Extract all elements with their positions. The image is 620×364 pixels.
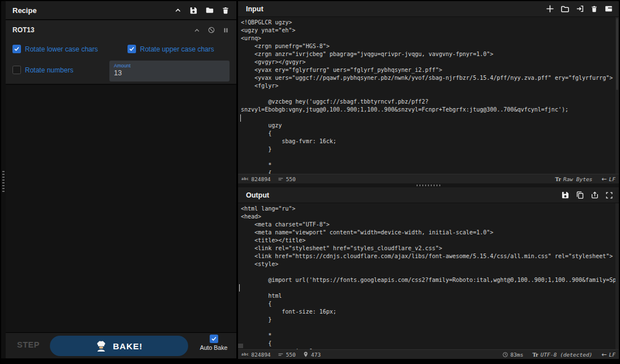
operation-header: ROT13 xyxy=(6,20,236,35)
output-char-count: 824894 xyxy=(251,352,270,358)
splitter-grip-icon xyxy=(2,171,5,192)
input-eol: LF xyxy=(609,176,615,182)
disable-operation-icon[interactable] xyxy=(207,26,215,34)
output-viewer[interactable]: <html lang="ru"> <head> <meta charset="U… xyxy=(238,203,619,349)
input-char-count: 824894 xyxy=(251,176,270,182)
copy-output-icon[interactable] xyxy=(576,191,584,199)
output-eol: LF xyxy=(609,352,615,358)
eol-arrow-icon: ← xyxy=(601,175,606,183)
recipe-header: Recipe xyxy=(6,1,236,20)
output-text[interactable]: <html lang="ru"> <head> <meta charset="U… xyxy=(238,203,619,349)
input-format: Raw Bytes xyxy=(563,176,592,182)
amount-label: Amount xyxy=(114,63,225,68)
clear-recipe-trash-icon[interactable] xyxy=(222,6,230,15)
step-button[interactable]: STEP xyxy=(17,340,40,349)
output-eol-control[interactable]: ← LF xyxy=(601,351,615,358)
char-count-icon: abc xyxy=(241,177,249,181)
arg-label[interactable]: Rotate lower case chars xyxy=(25,45,98,53)
input-eol-control[interactable]: ← LF xyxy=(601,175,615,183)
output-hscrollbar-thumb[interactable] xyxy=(238,344,243,348)
output-caret xyxy=(239,284,240,292)
line-count-icon xyxy=(278,352,284,358)
arg-label[interactable]: Rotate upper case chars xyxy=(140,45,214,53)
encoding-icon: Tr xyxy=(532,352,538,358)
input-tabs-icon[interactable] xyxy=(604,5,613,13)
output-scrollbar[interactable] xyxy=(615,203,619,349)
arg-label[interactable]: Rotate numbers xyxy=(25,66,73,74)
input-editor[interactable]: <!QBPGLCR ugzy> <ugzy ynat="eh"> <urnq> … xyxy=(238,17,619,174)
input-header: Input xyxy=(238,1,619,17)
input-output-splitter[interactable] xyxy=(238,183,619,187)
encoding-icon: Tr xyxy=(555,176,560,182)
char-count-icon: abc xyxy=(241,352,249,357)
operation-name: ROT13 xyxy=(12,22,35,34)
recipe-controls: STEP BAKE! Auto Bake xyxy=(6,332,236,358)
recipe-title: Recipe xyxy=(12,6,37,15)
checkbox-unchecked-icon xyxy=(12,66,21,74)
bake-time: 83ms xyxy=(502,352,524,358)
replace-input-icon[interactable] xyxy=(591,191,599,199)
auto-bake-toggle[interactable]: Auto Bake xyxy=(197,335,230,351)
clear-io-trash-icon[interactable] xyxy=(591,5,598,13)
input-text[interactable]: <!QBPGLCR ugzy> <ugzy ynat="eh"> <urnq> … xyxy=(238,17,619,174)
output-title: Output xyxy=(246,191,269,199)
operation-rot13[interactable]: ROT13 Rotate lower case c xyxy=(6,20,236,85)
bake-label: BAKE! xyxy=(113,341,143,351)
arg-rotate-numbers-checkbox[interactable]: Rotate numbers xyxy=(12,66,73,74)
checkbox-checked-icon xyxy=(210,335,218,343)
collapse-operation-icon[interactable] xyxy=(193,26,201,34)
output-encoding: UTF-8 (detected) xyxy=(541,352,593,358)
input-title: Input xyxy=(246,5,264,13)
line-count-icon xyxy=(278,176,284,182)
output-header: Output xyxy=(238,187,619,203)
input-format-control[interactable]: Tr Raw Bytes xyxy=(555,176,592,182)
cursor-position-icon xyxy=(303,351,309,358)
output-bake-time: 83ms xyxy=(511,352,524,358)
output-encoding-control[interactable]: Tr UTF-8 (detected) xyxy=(532,352,592,358)
amount-field[interactable]: Amount 13 xyxy=(109,61,230,82)
cyberchef-window: Recipe ROT13 xyxy=(0,0,620,364)
checkbox-checked-icon xyxy=(12,45,21,53)
output-cursor-position: 473 xyxy=(311,352,321,358)
auto-bake-label: Auto Bake xyxy=(200,344,227,351)
output-statusbar: abc 824894 550 473 83ms Tr UTF-8 xyxy=(238,349,619,359)
save-recipe-icon[interactable] xyxy=(189,6,198,15)
add-input-tab-icon[interactable] xyxy=(546,5,554,13)
bake-time-icon xyxy=(502,352,508,358)
load-recipe-folder-icon[interactable] xyxy=(205,6,214,15)
open-file-icon[interactable] xyxy=(576,5,584,13)
input-scrollbar[interactable] xyxy=(615,17,619,174)
save-output-icon[interactable] xyxy=(561,191,570,199)
eol-arrow-icon: ← xyxy=(601,351,606,358)
breakpoint-pause-icon[interactable] xyxy=(222,26,230,34)
open-folder-icon[interactable] xyxy=(560,5,570,14)
collapse-recipe-icon[interactable] xyxy=(174,6,182,14)
splitter-grip-icon xyxy=(417,185,440,186)
arg-rotate-lower-checkbox[interactable]: Rotate lower case chars xyxy=(12,45,98,53)
chef-icon xyxy=(95,340,107,352)
operations-splitter[interactable] xyxy=(1,1,6,358)
input-statusbar: abc 824894 550 Tr Raw Bytes ← LF xyxy=(238,174,619,183)
maximise-output-icon[interactable] xyxy=(605,191,613,199)
output-line-count: 550 xyxy=(286,352,296,358)
amount-value[interactable]: 13 xyxy=(114,69,225,77)
input-caret xyxy=(240,114,241,122)
recipe-panel: Recipe ROT13 xyxy=(6,1,236,358)
input-line-count: 550 xyxy=(286,176,296,182)
bake-button[interactable]: BAKE! xyxy=(50,336,188,356)
checkbox-checked-icon xyxy=(128,45,136,53)
arg-rotate-upper-checkbox[interactable]: Rotate upper case chars xyxy=(128,45,214,53)
input-scrollbar-thumb[interactable] xyxy=(616,18,618,90)
